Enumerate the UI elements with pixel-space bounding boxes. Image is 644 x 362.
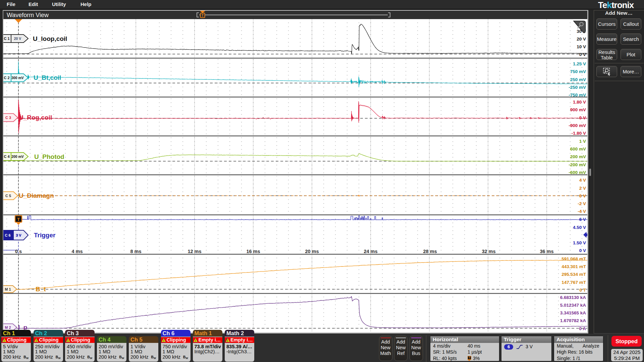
svg-text:Trigger: Trigger: [34, 232, 56, 239]
svg-text:4.50 V: 4.50 V: [573, 225, 586, 230]
svg-text:4 V: 4 V: [579, 178, 586, 183]
svg-text:28 ms: 28 ms: [423, 248, 437, 254]
svg-text:M 1: M 1: [5, 287, 11, 291]
svg-text:U_Photod: U_Photod: [34, 153, 64, 160]
svg-text:C 2: C 2: [4, 76, 9, 80]
svg-text:-900 mV: -900 mV: [569, 123, 586, 128]
svg-text:U_Bt,coil: U_Bt,coil: [34, 74, 61, 81]
svg-text:-200 mV: -200 mV: [569, 162, 586, 167]
svg-text:20 V: 20 V: [577, 36, 586, 41]
svg-text:0 V: 0 V: [579, 248, 586, 253]
svg-text:5.012347 kA: 5.012347 kA: [560, 302, 586, 307]
svg-text:C 3: C 3: [5, 115, 11, 119]
svg-text:C 1: C 1: [4, 37, 9, 41]
svg-text:750 mV: 750 mV: [570, 69, 586, 74]
svg-text:C 6: C 6: [5, 233, 10, 237]
svg-text:I_p: I_p: [18, 323, 27, 330]
svg-text:12 ms: 12 ms: [187, 248, 201, 254]
svg-text:591.068 mT: 591.068 mT: [561, 256, 586, 261]
svg-text:0 V: 0 V: [579, 193, 586, 198]
svg-text:0 T: 0 T: [579, 288, 586, 293]
svg-text:C 4: C 4: [4, 155, 10, 159]
svg-text:0 A: 0 A: [579, 326, 586, 331]
svg-text:0 V: 0 V: [579, 115, 586, 120]
svg-text:36 ms: 36 ms: [540, 248, 553, 254]
svg-text:3 V: 3 V: [16, 233, 21, 237]
svg-text:1.670782 kA: 1.670782 kA: [560, 318, 586, 323]
svg-text:8 ms: 8 ms: [130, 248, 141, 254]
svg-text:250 mV: 250 mV: [570, 77, 586, 82]
svg-text:3.341565 kA: 3.341565 kA: [560, 310, 586, 315]
svg-text:200 mV: 200 mV: [570, 154, 586, 159]
svg-text:20 V: 20 V: [14, 37, 21, 41]
svg-text:-750 mV: -750 mV: [569, 93, 586, 98]
svg-text:B_t: B_t: [36, 285, 46, 292]
svg-text:300 mV: 300 mV: [11, 76, 23, 80]
svg-text:443.301 mT: 443.301 mT: [561, 264, 586, 269]
svg-text:U_loop,coil: U_loop,coil: [33, 35, 67, 42]
svg-text:6.683130 kA: 6.683130 kA: [560, 295, 586, 300]
svg-text:-1.80 V: -1.80 V: [571, 131, 586, 136]
svg-text:T: T: [17, 217, 20, 222]
svg-text:4 ms: 4 ms: [71, 248, 83, 254]
svg-text:0 s: 0 s: [15, 248, 22, 254]
svg-text:1.50 V: 1.50 V: [573, 240, 586, 245]
svg-text:20 ms: 20 ms: [305, 248, 319, 254]
svg-text:24 ms: 24 ms: [364, 248, 377, 254]
svg-text:1.80 V: 1.80 V: [573, 100, 586, 105]
svg-text:M 2: M 2: [5, 325, 11, 329]
svg-text:-600 mV: -600 mV: [569, 170, 586, 175]
svg-text:C 5: C 5: [5, 193, 11, 197]
svg-text:T: T: [202, 13, 204, 17]
svg-text:200 mV: 200 mV: [11, 155, 23, 159]
svg-text:1.25 V: 1.25 V: [573, 61, 586, 66]
svg-text:2 V: 2 V: [579, 185, 586, 190]
svg-text:32 ms: 32 ms: [482, 248, 495, 254]
svg-text:147.767 mT: 147.767 mT: [561, 280, 586, 285]
svg-text:-2 V: -2 V: [578, 201, 586, 206]
svg-text:600 mV: 600 mV: [570, 146, 586, 152]
svg-text:U_Diamagn: U_Diamagn: [19, 192, 54, 199]
svg-text:0 V: 0 V: [579, 52, 586, 57]
svg-text:1 V: 1 V: [579, 138, 586, 143]
svg-text:10 V: 10 V: [577, 44, 586, 49]
svg-text:-250 mV: -250 mV: [569, 84, 586, 89]
svg-text:-4 V: -4 V: [578, 209, 586, 214]
svg-text:U_Rog,coil: U_Rog,coil: [19, 114, 52, 121]
svg-text:6 V: 6 V: [579, 217, 586, 222]
svg-text:900 mV: 900 mV: [570, 107, 586, 112]
svg-text:295.534 mT: 295.534 mT: [561, 272, 586, 277]
svg-text:16 ms: 16 ms: [246, 248, 260, 254]
